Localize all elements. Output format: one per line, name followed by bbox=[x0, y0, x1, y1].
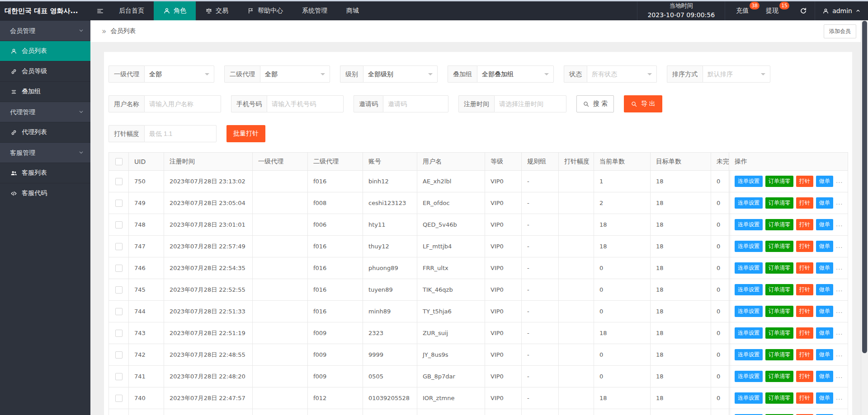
inject-button[interactable]: 打针 bbox=[796, 176, 813, 187]
chain-order-settings-button[interactable]: 连单设置 bbox=[735, 284, 763, 295]
chain-order-settings-button[interactable]: 连单设置 bbox=[735, 176, 763, 187]
make-order-button[interactable]: 做单 bbox=[816, 284, 833, 295]
row-checkbox[interactable] bbox=[115, 200, 123, 207]
inject-button[interactable]: 打针 bbox=[796, 327, 813, 339]
nav-item-trade[interactable]: 交易 bbox=[196, 1, 238, 20]
sidebar-section-service-management[interactable]: 客服管理 bbox=[0, 142, 90, 163]
sidebar-section-agent-management[interactable]: 代理管理 bbox=[0, 102, 90, 122]
row-checkbox[interactable] bbox=[115, 308, 123, 315]
inject-button[interactable]: 打针 bbox=[796, 371, 813, 382]
inject-button[interactable]: 打针 bbox=[796, 284, 813, 295]
nav-item-help-center[interactable]: 帮助中心 bbox=[238, 1, 292, 20]
make-order-button[interactable]: 做单 bbox=[816, 241, 833, 252]
scrollbar-thumb[interactable] bbox=[862, 21, 867, 353]
refresh-button[interactable] bbox=[792, 1, 815, 20]
row-checkbox[interactable] bbox=[115, 243, 123, 250]
more-actions-button[interactable]: ... bbox=[836, 221, 843, 228]
nav-item-system[interactable]: 系统管理 bbox=[292, 1, 337, 20]
sort-select[interactable]: 默认排序 bbox=[703, 65, 770, 83]
sidebar-item-agent-list[interactable]: 代理列表 bbox=[0, 122, 90, 142]
make-order-button[interactable]: 做单 bbox=[816, 197, 833, 209]
invite_code-input[interactable] bbox=[383, 95, 448, 112]
more-actions-button[interactable]: ... bbox=[836, 308, 843, 314]
inject-button[interactable]: 打针 bbox=[796, 306, 813, 317]
row-checkbox[interactable] bbox=[115, 221, 123, 228]
row-checkbox[interactable] bbox=[115, 373, 123, 380]
row-checkbox[interactable] bbox=[115, 395, 123, 402]
inject-button[interactable]: 打针 bbox=[796, 392, 813, 404]
order-reset-button[interactable]: 订单清零 bbox=[765, 327, 793, 339]
chain-order-settings-button[interactable]: 连单设置 bbox=[735, 371, 763, 382]
order-reset-button[interactable]: 订单清零 bbox=[765, 176, 793, 187]
username-input[interactable] bbox=[144, 95, 221, 112]
inject-button[interactable]: 打针 bbox=[796, 197, 813, 209]
chain-order-settings-button[interactable]: 连单设置 bbox=[735, 219, 763, 230]
order-reset-button[interactable]: 订单清零 bbox=[765, 306, 793, 317]
chain-order-settings-button[interactable]: 连单设置 bbox=[735, 349, 763, 360]
nav-item-mall[interactable]: 商城 bbox=[337, 1, 368, 20]
make-order-button[interactable]: 做单 bbox=[816, 349, 833, 360]
chain-order-settings-button[interactable]: 连单设置 bbox=[735, 262, 763, 274]
sidebar-item-member-list[interactable]: 会员列表 bbox=[0, 41, 90, 61]
page-scrollbar[interactable] bbox=[861, 20, 868, 415]
search-button[interactable]: 搜 索 bbox=[576, 95, 614, 112]
make-order-button[interactable]: 做单 bbox=[816, 392, 833, 404]
row-checkbox[interactable] bbox=[115, 330, 123, 337]
inject-button[interactable]: 打针 bbox=[796, 219, 813, 230]
inject-button[interactable]: 打针 bbox=[796, 349, 813, 360]
order-reset-button[interactable]: 订单清零 bbox=[765, 284, 793, 295]
order-reset-button[interactable]: 订单清零 bbox=[765, 219, 793, 230]
needle-range-input[interactable] bbox=[144, 125, 217, 142]
select-all-checkbox[interactable] bbox=[115, 158, 123, 165]
withdraw-link[interactable]: 提现 15 bbox=[766, 7, 778, 15]
reg_time-input[interactable] bbox=[494, 95, 566, 112]
recharge-link[interactable]: 充值 38 bbox=[736, 7, 749, 15]
make-order-button[interactable]: 做单 bbox=[816, 306, 833, 317]
user-menu[interactable]: admin bbox=[815, 1, 868, 20]
level-select[interactable]: 全部级别 bbox=[363, 65, 438, 83]
order-reset-button[interactable]: 订单清零 bbox=[765, 371, 793, 382]
sidebar-item-service-code[interactable]: 客服代码 bbox=[0, 183, 90, 203]
batch-inject-button[interactable]: 批量打针 bbox=[226, 125, 265, 142]
nav-item-role[interactable]: 角色 bbox=[154, 1, 196, 20]
nav-item-dashboard[interactable]: 后台首页 bbox=[109, 1, 154, 20]
chain-order-settings-button[interactable]: 连单设置 bbox=[735, 197, 763, 209]
inject-button[interactable]: 打针 bbox=[796, 241, 813, 252]
more-actions-button[interactable]: ... bbox=[836, 329, 843, 336]
stack_group-select[interactable]: 全部叠加组 bbox=[477, 65, 554, 83]
order-reset-button[interactable]: 订单清零 bbox=[765, 349, 793, 360]
agent2-select[interactable]: 全部 bbox=[260, 65, 330, 83]
sidebar-item-stack-group[interactable]: 叠加组 bbox=[0, 81, 90, 102]
add-member-button[interactable]: 添加会员 bbox=[824, 24, 856, 38]
row-checkbox[interactable] bbox=[115, 178, 123, 185]
make-order-button[interactable]: 做单 bbox=[816, 176, 833, 187]
phone-input[interactable] bbox=[267, 95, 344, 112]
more-actions-button[interactable]: ... bbox=[836, 242, 843, 249]
chain-order-settings-button[interactable]: 连单设置 bbox=[735, 241, 763, 252]
chain-order-settings-button[interactable]: 连单设置 bbox=[735, 327, 763, 339]
order-reset-button[interactable]: 订单清零 bbox=[765, 197, 793, 209]
export-button[interactable]: 导 出 bbox=[624, 95, 662, 112]
row-checkbox[interactable] bbox=[115, 265, 123, 272]
chain-order-settings-button[interactable]: 连单设置 bbox=[735, 306, 763, 317]
more-actions-button[interactable]: ... bbox=[836, 177, 843, 184]
make-order-button[interactable]: 做单 bbox=[816, 262, 833, 274]
make-order-button[interactable]: 做单 bbox=[816, 371, 833, 382]
more-actions-button[interactable]: ... bbox=[836, 373, 843, 379]
sidebar-item-service-list[interactable]: 客服列表 bbox=[0, 163, 90, 183]
row-checkbox[interactable] bbox=[115, 351, 123, 359]
sidebar-section-member-management[interactable]: 会员管理 bbox=[0, 20, 90, 41]
row-checkbox[interactable] bbox=[115, 286, 123, 294]
more-actions-button[interactable]: ... bbox=[836, 264, 843, 271]
more-actions-button[interactable]: ... bbox=[836, 199, 843, 206]
chain-order-settings-button[interactable]: 连单设置 bbox=[735, 392, 763, 404]
order-reset-button[interactable]: 订单清零 bbox=[765, 392, 793, 404]
more-actions-button[interactable]: ... bbox=[836, 394, 843, 401]
order-reset-button[interactable]: 订单清零 bbox=[765, 262, 793, 274]
status-select[interactable]: 所有状态 bbox=[587, 65, 657, 83]
agent1-select[interactable]: 全部 bbox=[144, 65, 214, 83]
sidebar-toggle-button[interactable] bbox=[90, 1, 109, 20]
more-actions-button[interactable]: ... bbox=[836, 286, 843, 293]
inject-button[interactable]: 打针 bbox=[796, 262, 813, 274]
more-actions-button[interactable]: ... bbox=[836, 351, 843, 358]
